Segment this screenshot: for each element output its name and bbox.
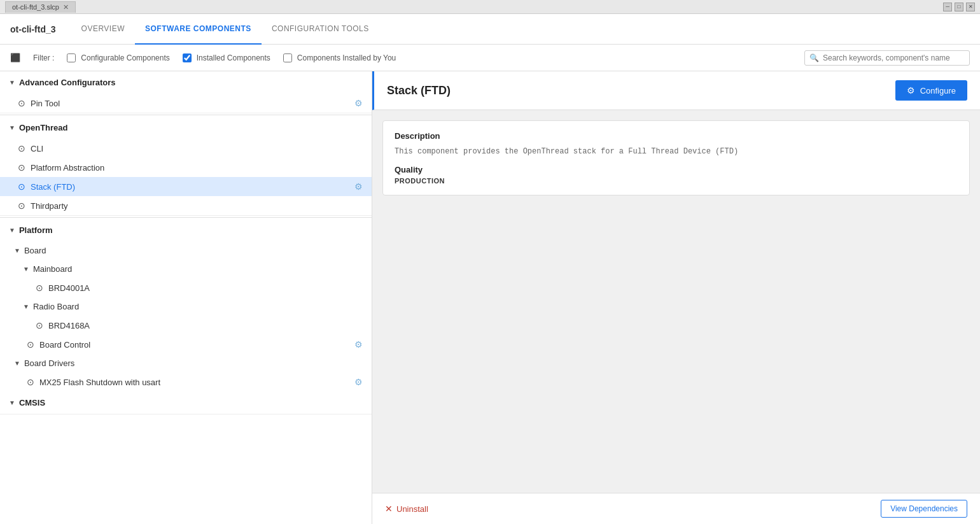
configurable-components-filter[interactable]: Configurable Components <box>67 53 169 62</box>
section-header-advanced-configurators[interactable]: ▼ Advanced Configurators <box>0 71 372 94</box>
app-title: ot-cli-ftd_3 <box>10 24 56 34</box>
window-tab[interactable]: ot-cli-ftd_3.slcp ✕ <box>5 1 76 13</box>
window-controls: ─ □ ✕ <box>943 3 975 11</box>
component-body: Description This component provides the … <box>372 110 980 493</box>
view-dependencies-button[interactable]: View Dependencies <box>881 500 967 518</box>
section-header-board-drivers[interactable]: ▼ Board Drivers <box>0 354 372 372</box>
configurable-components-checkbox[interactable] <box>67 53 76 62</box>
top-nav: ot-cli-ftd_3 OVERVIEW SOFTWARE COMPONENT… <box>0 14 980 45</box>
tab-overview[interactable]: OVERVIEW <box>71 14 135 45</box>
sidebar-item-brd4168a[interactable]: ⊙ BRD4168A <box>0 316 372 335</box>
installed-components-filter[interactable]: Installed Components <box>183 53 270 62</box>
sidebar-item-stack-ftd[interactable]: ⊙ Stack (FTD) ⚙ <box>0 177 372 196</box>
sidebar-item-mx25-flash[interactable]: ⊙ MX25 Flash Shutdown with usart ⚙ <box>0 372 372 392</box>
section-items-advanced-configurators: ⊙ Pin Tool ⚙ <box>0 94 372 113</box>
section-header-platform[interactable]: ▼ Platform <box>0 219 372 241</box>
bottom-bar: ✕ Uninstall View Dependencies <box>372 493 980 524</box>
filter-label: Filter : <box>33 53 54 62</box>
minimize-button[interactable]: ─ <box>943 3 952 11</box>
gear-button-pin-tool[interactable]: ⚙ <box>354 98 363 108</box>
window-tab-close[interactable]: ✕ <box>63 3 69 11</box>
search-container: 🔍 <box>804 50 970 66</box>
search-icon: 🔍 <box>809 53 819 62</box>
check-icon: ⊙ <box>27 377 34 387</box>
component-title: Stack (FTD) <box>387 84 451 97</box>
gear-button-mx25-flash[interactable]: ⚙ <box>354 377 363 387</box>
close-button[interactable]: ✕ <box>966 3 975 11</box>
window-tab-label: ot-cli-ftd_3.slcp <box>12 3 59 11</box>
component-header: Stack (FTD) ⚙ Configure <box>372 71 980 110</box>
installed-components-checkbox[interactable] <box>183 53 192 62</box>
check-icon: ⊙ <box>27 339 34 350</box>
section-header-openthread[interactable]: ▼ OpenThread <box>0 117 372 139</box>
tab-configuration-tools[interactable]: CONFIGURATION TOOLS <box>262 14 379 45</box>
gear-button-stack-ftd[interactable]: ⚙ <box>354 181 363 192</box>
check-icon: ⊙ <box>36 320 43 330</box>
sidebar-item-cli[interactable]: ⊙ CLI <box>0 139 372 158</box>
uninstall-icon: ✕ <box>385 504 393 514</box>
sidebar-item-platform-abstraction[interactable]: ⊙ Platform Abstraction <box>0 158 372 177</box>
sidebar-item-pin-tool[interactable]: ⊙ Pin Tool ⚙ <box>0 94 372 113</box>
gear-button-board-control[interactable]: ⚙ <box>354 339 363 350</box>
arrow-icon: ▼ <box>23 266 29 273</box>
section-header-board[interactable]: ▼ Board <box>0 241 372 260</box>
window-chrome: ot-cli-ftd_3.slcp ✕ ─ □ ✕ <box>0 0 980 14</box>
description-heading: Description <box>395 131 958 141</box>
quality-heading: Quality <box>395 165 958 174</box>
description-text: This component provides the OpenThread s… <box>395 146 958 157</box>
configure-button[interactable]: ⚙ Configure <box>895 80 967 101</box>
section-items-openthread: ⊙ CLI ⊙ Platform Abstraction ⊙ Stack (FT… <box>0 139 372 215</box>
section-advanced-configurators: ▼ Advanced Configurators ⊙ Pin Tool ⚙ <box>0 71 372 113</box>
quality-value: PRODUCTION <box>395 177 958 185</box>
arrow-icon: ▼ <box>9 124 15 131</box>
arrow-icon: ▼ <box>9 227 15 234</box>
filter-icon: ⬛ <box>10 53 20 62</box>
description-card: Description This component provides the … <box>382 120 970 195</box>
arrow-icon: ▼ <box>9 399 15 406</box>
installed-by-you-filter[interactable]: Components Installed by You <box>283 53 396 62</box>
right-panel: Stack (FTD) ⚙ Configure Description This… <box>372 71 980 524</box>
sidebar-item-board-control[interactable]: ⊙ Board Control ⚙ <box>0 335 372 354</box>
arrow-icon: ▼ <box>14 247 20 254</box>
maximize-button[interactable]: □ <box>955 3 963 11</box>
search-input[interactable] <box>804 50 970 66</box>
arrow-icon: ▼ <box>23 303 29 310</box>
section-header-radio-board[interactable]: ▼ Radio Board <box>0 297 372 316</box>
check-icon: ⊙ <box>18 162 25 173</box>
filter-bar: ⬛ Filter : Configurable Components Insta… <box>0 45 980 71</box>
sidebar-item-brd4001a[interactable]: ⊙ BRD4001A <box>0 278 372 297</box>
arrow-icon: ▼ <box>14 360 20 367</box>
section-items-platform: ▼ Board ▼ Mainboard ⊙ BRD4001A ▼ Radio B… <box>0 241 372 414</box>
installed-by-you-checkbox[interactable] <box>283 53 292 62</box>
main-layout: ▼ Advanced Configurators ⊙ Pin Tool ⚙ ▼ … <box>0 71 980 524</box>
configure-gear-icon: ⚙ <box>907 85 915 96</box>
section-platform: ▼ Platform ▼ Board ▼ Mainboard ⊙ BRD4001… <box>0 219 372 414</box>
sidebar-item-thirdparty[interactable]: ⊙ Thirdparty <box>0 196 372 215</box>
check-icon: ⊙ <box>18 98 25 108</box>
check-icon: ⊙ <box>36 283 43 293</box>
divider <box>0 115 372 115</box>
section-header-cmsis[interactable]: ▼ CMSIS <box>0 392 372 414</box>
section-header-mainboard[interactable]: ▼ Mainboard <box>0 260 372 278</box>
uninstall-button[interactable]: ✕ Uninstall <box>385 504 428 514</box>
check-icon-selected: ⊙ <box>18 181 25 192</box>
check-icon: ⊙ <box>18 143 25 153</box>
tab-software-components[interactable]: SOFTWARE COMPONENTS <box>135 14 262 45</box>
sidebar: ▼ Advanced Configurators ⊙ Pin Tool ⚙ ▼ … <box>0 71 372 524</box>
check-icon: ⊙ <box>18 201 25 211</box>
arrow-icon: ▼ <box>9 79 15 86</box>
section-openthread: ▼ OpenThread ⊙ CLI ⊙ Platform Abstractio… <box>0 117 372 216</box>
divider <box>0 217 372 218</box>
